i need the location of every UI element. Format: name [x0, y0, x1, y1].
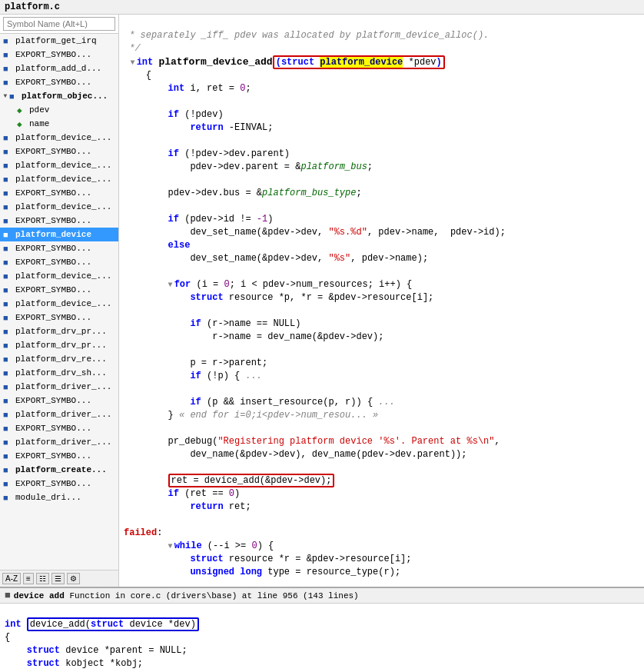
- device-add-label: device add: [14, 591, 65, 600]
- if-pdev-id: if (pdev->id != -1) dev_set_name(&pdev->…: [124, 214, 506, 264]
- func-icon: ■: [3, 437, 14, 447]
- sidebar-toolbar: A-Z ≡ ☷ ☰ ⚙: [0, 570, 118, 587]
- sidebar-item-platform-device-1[interactable]: ■ platform_device_...: [0, 131, 118, 145]
- sidebar-item-platform-device-2[interactable]: ■ platform_device_...: [0, 158, 118, 172]
- export-icon: ■: [3, 215, 14, 226]
- sidebar-item-platform-driver-3[interactable]: ■ platform_driver_...: [0, 435, 118, 449]
- sidebar-item-platform-device-4[interactable]: ■ platform_device_...: [0, 200, 118, 214]
- sidebar-item-export-12[interactable]: ■ EXPORT_SYMBO...: [0, 449, 118, 463]
- sidebar-item-platform-drv-sh[interactable]: ■ platform_drv_sh...: [0, 366, 118, 380]
- bottom-info-text: device add Function in core.c (drivers\b…: [14, 591, 359, 600]
- sidebar-item-platform-device-3[interactable]: ■ platform_device_...: [0, 172, 118, 186]
- sidebar-item-export-2[interactable]: ■ EXPORT_SYMBO...: [0, 75, 118, 89]
- func-icon: ■: [3, 63, 14, 74]
- open-brace: {: [124, 70, 151, 81]
- export-icon: ■: [3, 77, 14, 88]
- sidebar-item-list: ■ platform_get_irq ■ EXPORT_SYMBO... ■ p…: [0, 34, 118, 570]
- filter-button[interactable]: ☰: [51, 573, 65, 584]
- sidebar-item-export-9[interactable]: ■ EXPORT_SYMBO...: [0, 311, 118, 324]
- sidebar-item-export-13[interactable]: ■ EXPORT_SYMBO...: [0, 477, 118, 491]
- sidebar: ■ platform_get_irq ■ EXPORT_SYMBO... ■ p…: [0, 15, 119, 587]
- export-icon: ■: [3, 188, 14, 198]
- func-icon: ■: [3, 229, 14, 240]
- sidebar-item-platform-device-6[interactable]: ■ platform_device_...: [0, 297, 118, 311]
- func-icon: ■: [3, 409, 14, 420]
- sidebar-item-module-dri[interactable]: ■ module_dri...: [0, 491, 118, 504]
- device-add-func-box: device_add(struct device *dev): [27, 617, 199, 631]
- info-gear-icon: ■: [5, 590, 11, 601]
- member-icon: ◆: [17, 118, 28, 129]
- sidebar-item-platform-object[interactable]: ▼ ■ platform_objec...: [0, 89, 118, 103]
- sidebar-item-platform-create[interactable]: ■ platform_create...: [0, 463, 118, 477]
- sidebar-item-platform-get-irq[interactable]: ■ platform_get_irq: [0, 34, 118, 48]
- for-loop: ▼for (i = 0; i < pdev->num_resources; i+…: [124, 279, 433, 303]
- export-icon: ■: [3, 451, 14, 461]
- sidebar-item-platform-drv-re[interactable]: ■ platform_drv_re...: [0, 352, 118, 366]
- sidebar-item-export-11[interactable]: ■ EXPORT_SYMBO...: [0, 421, 118, 435]
- pdev-dev-bus: pdev->dev.bus = &platform_bus_type;: [124, 188, 362, 198]
- func-icon: ■: [3, 201, 14, 212]
- comment-line: * separately _iff_ pdev was allocated by…: [124, 30, 489, 54]
- settings-button[interactable]: ⚙: [67, 573, 80, 584]
- export-icon: ■: [3, 478, 14, 489]
- sidebar-item-platform-drv-pr2[interactable]: ■ platform_drv_pr...: [0, 338, 118, 352]
- sidebar-item-pdev[interactable]: ◆ pdev: [0, 103, 118, 117]
- view-tree-button[interactable]: ☷: [36, 573, 49, 584]
- failed-label: failed: ▼while (--i >= 0) { struct resou…: [124, 527, 411, 577]
- ret-device-add: ret = device_add(&pdev->dev); if (ret ==…: [124, 474, 334, 512]
- sidebar-item-platform-driver-2[interactable]: ■ platform_driver_...: [0, 408, 118, 421]
- export-icon: ■: [3, 395, 14, 406]
- sidebar-item-name[interactable]: ◆ name: [0, 117, 118, 131]
- if-pdev: if (!pdev) return -EINVAL;: [124, 109, 273, 133]
- bottom-int-keyword: int: [5, 619, 22, 630]
- code-content: * separately _iff_ pdev was allocated by…: [119, 15, 644, 587]
- export-icon: ■: [3, 423, 14, 434]
- func-icon: ■: [3, 326, 14, 337]
- p-rparent: p = r->parent; if (!p) { ...: [124, 358, 267, 381]
- bottom-open-brace: {: [5, 632, 10, 643]
- sidebar-item-export-4[interactable]: ■ EXPORT_SYMBO...: [0, 186, 118, 200]
- func-icon: ■: [3, 174, 14, 185]
- bottom-info-detail: Function in core.c (drivers\base) at lin…: [69, 591, 358, 600]
- sidebar-search-bar[interactable]: [0, 15, 118, 34]
- sidebar-item-platform-device-selected[interactable]: ■ platform_device: [0, 228, 118, 241]
- func-icon: ■: [3, 132, 14, 143]
- export-icon: ■: [3, 49, 14, 60]
- export-icon: ■: [3, 243, 14, 254]
- sort-az-button[interactable]: A-Z: [2, 573, 21, 584]
- sidebar-item-platform-drv-pr1[interactable]: ■ platform_drv_pr...: [0, 324, 118, 338]
- export-icon: ■: [3, 284, 14, 295]
- func-icon: ■: [3, 160, 14, 171]
- bottom-code-section: int device_add(struct device *dev) { str…: [0, 603, 644, 672]
- sidebar-item-export-10[interactable]: ■ EXPORT_SYMBO...: [0, 394, 118, 408]
- filename: platform.c: [5, 2, 60, 12]
- folder-icon: ■: [9, 91, 20, 101]
- export-icon: ■: [3, 312, 14, 323]
- triangle-icon: ▼: [2, 90, 9, 102]
- func-icon: ■: [3, 340, 14, 351]
- sidebar-item-platform-device-5[interactable]: ■ platform_device_...: [0, 269, 118, 283]
- sidebar-item-export-7[interactable]: ■ EXPORT_SYMBO...: [0, 255, 118, 269]
- code-editor[interactable]: * separately _iff_ pdev was allocated by…: [119, 15, 644, 587]
- bottom-struct-kobj: struct: [27, 658, 60, 669]
- sidebar-item-export-6[interactable]: ■ EXPORT_SYMBO...: [0, 241, 118, 255]
- if-p-insert: if (p && insert_resource(p, r)) { ... } …: [124, 397, 395, 421]
- sidebar-item-platform-add-d[interactable]: ■ platform_add_d...: [0, 62, 118, 75]
- if-pdev-parent: if (!pdev->dev.parent) pdev->dev.parent …: [124, 148, 373, 172]
- symbol-search-input[interactable]: [3, 17, 115, 31]
- sidebar-item-export-3[interactable]: ■ EXPORT_SYMBO...: [0, 145, 118, 158]
- sidebar-item-export-5[interactable]: ■ EXPORT_SYMBO...: [0, 214, 118, 228]
- func-icon: ■: [3, 354, 14, 364]
- export-icon: ■: [3, 146, 14, 157]
- pr-debug: pr_debug("Registering platform device '%…: [124, 436, 500, 460]
- sidebar-item-export-1[interactable]: ■ EXPORT_SYMBO...: [0, 48, 118, 62]
- if-rname-null: if (r->name == NULL) r->name = dev_name(…: [124, 318, 383, 342]
- func-icon: ■: [3, 368, 14, 378]
- func-icon: ■: [3, 298, 14, 309]
- sidebar-item-platform-driver-1[interactable]: ■ platform_driver_...: [0, 380, 118, 394]
- view-list-button[interactable]: ≡: [23, 573, 34, 584]
- sidebar-item-export-8[interactable]: ■ EXPORT_SYMBO...: [0, 283, 118, 297]
- bottom-info-bar: ■ device add Function in core.c (drivers…: [0, 587, 644, 603]
- top-bar: platform.c: [0, 0, 644, 15]
- func-icon: ■: [3, 464, 14, 475]
